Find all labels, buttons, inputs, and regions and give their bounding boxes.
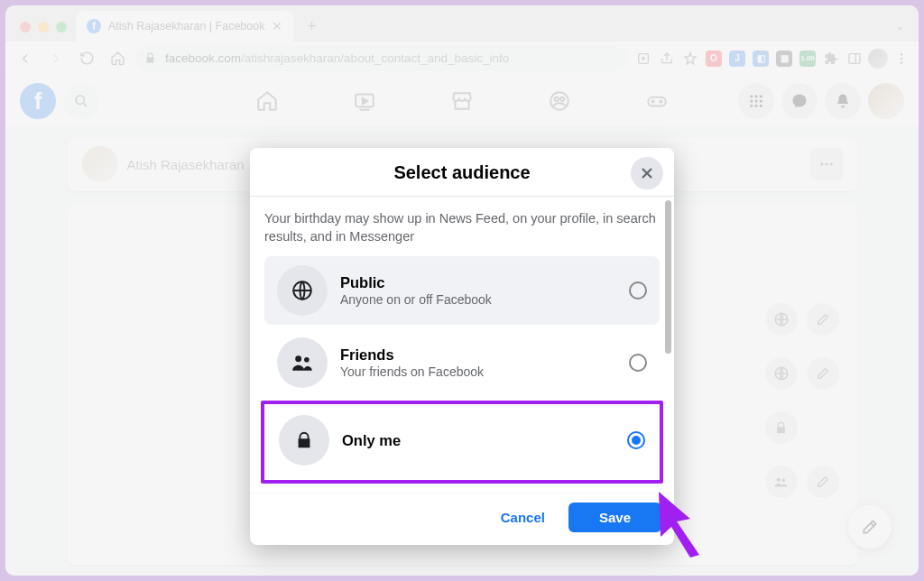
nav-home-icon[interactable] [222,79,312,123]
browser-tab[interactable]: f Atish Rajasekharan | Facebook ✕ [76,11,293,42]
svg-point-15 [750,95,753,97]
facebook-favicon-icon: f [87,19,101,33]
install-app-icon[interactable] [633,49,653,69]
profile-more-button[interactable] [810,148,843,180]
svg-point-19 [755,100,758,103]
option-title: Public [340,274,616,291]
svg-point-16 [755,95,758,97]
edit-pencil-icon[interactable] [807,303,839,336]
svg-point-22 [755,105,758,107]
back-button[interactable] [13,46,38,71]
radio-unchecked-icon[interactable] [629,354,647,372]
svg-point-10 [555,97,559,101]
svg-point-17 [760,95,762,97]
fb-main-nav [222,79,702,123]
extensions-puzzle-icon[interactable] [821,49,841,69]
share-icon[interactable] [657,49,677,69]
option-title: Friends [340,346,616,364]
edit-pencil-icon[interactable] [807,466,839,498]
audience-globe-icon[interactable] [765,303,798,336]
tab-title: Atish Rajasekharan | Facebook [108,20,264,32]
new-tab-button[interactable]: + [299,14,324,39]
modal-close-button[interactable] [631,157,663,189]
compose-button[interactable] [848,505,892,549]
toolbar-icons: O J ◧ ▦ 1.00 [633,49,911,69]
globe-icon [277,265,328,316]
svg-point-5 [901,61,903,64]
tabs-overflow-icon[interactable]: ⌄ [895,20,904,32]
option-subtitle: Anyone on or off Facebook [340,292,616,307]
edit-pencil-icon[interactable] [807,357,839,390]
facebook-logo-icon[interactable]: f [20,83,56,119]
menu-grid-button[interactable] [738,83,774,119]
highlighted-option-frame: Only me [261,401,663,484]
forward-button[interactable] [43,46,69,71]
modal-title: Select audience [295,162,629,183]
browser-menu-icon[interactable] [892,49,911,69]
extension-blue2-icon[interactable]: ◧ [751,49,771,69]
window-maximize-icon[interactable] [56,22,67,32]
svg-point-9 [550,92,568,110]
lock-icon [279,415,329,466]
window-close-icon[interactable] [20,22,31,32]
svg-rect-12 [648,97,666,106]
svg-point-21 [750,105,753,107]
svg-point-18 [750,100,753,103]
select-audience-modal: Select audience Your birthday may show u… [250,148,674,545]
svg-point-25 [825,163,827,166]
lock-icon [144,52,156,64]
bookmark-icon[interactable] [680,49,700,69]
svg-point-11 [560,97,564,101]
save-button[interactable]: Save [568,503,661,532]
audience-friends-icon[interactable] [765,466,798,498]
nav-groups-icon[interactable] [514,79,605,123]
notifications-button[interactable] [825,83,861,119]
option-subtitle: Your friends on Facebook [340,364,616,379]
address-bar[interactable]: facebook.com/atishrajasekharan/about_con… [135,46,628,71]
audience-option-friends[interactable]: Friends Your friends on Facebook [264,328,660,397]
sidepanel-icon[interactable] [845,49,864,69]
extension-opera-icon[interactable]: O [704,49,724,69]
tab-close-icon[interactable]: ✕ [272,19,282,33]
svg-point-23 [760,105,762,107]
svg-point-35 [295,355,301,362]
extension-green-icon[interactable]: 1.00 [798,49,818,69]
svg-point-4 [901,57,903,60]
fb-search-button[interactable] [63,83,99,119]
extension-dark-icon[interactable]: ▦ [774,49,794,69]
audience-option-public[interactable]: Public Anyone on or off Facebook [264,256,660,325]
modal-header: Select audience [250,148,674,197]
home-button[interactable] [105,46,130,71]
messenger-button[interactable] [781,83,818,119]
svg-point-14 [660,100,661,102]
audience-globe-icon[interactable] [765,357,798,390]
modal-footer: Cancel Save [250,493,674,545]
audience-lock-icon[interactable] [765,411,798,444]
radio-unchecked-icon[interactable] [629,281,647,300]
account-avatar[interactable] [868,83,904,119]
svg-point-20 [760,100,762,103]
svg-point-36 [304,357,310,363]
svg-point-13 [652,100,654,102]
svg-rect-1 [849,53,860,63]
cancel-button[interactable]: Cancel [485,503,561,532]
browser-tab-bar: f Atish Rajasekharan | Facebook ✕ + ⌄ [5,5,919,42]
extension-blue1-icon[interactable]: J [727,49,747,69]
nav-marketplace-icon[interactable] [417,79,507,123]
refresh-button[interactable] [74,46,99,71]
url-text: facebook.com/atishrajasekharan/about_con… [165,51,509,65]
profile-avatar[interactable] [82,146,118,182]
nav-watch-icon[interactable] [319,79,410,123]
browser-toolbar: facebook.com/atishrajasekharan/about_con… [5,42,919,76]
info-edit-stack [765,303,839,498]
window-minimize-icon[interactable] [38,22,49,32]
window-controls [16,22,76,42]
radio-checked-icon[interactable] [627,431,645,449]
svg-point-24 [820,163,823,166]
svg-point-29 [777,477,781,481]
friends-icon [277,337,328,388]
audience-option-only-me[interactable]: Only me [266,406,658,475]
browser-profile-avatar[interactable] [868,49,888,69]
nav-gaming-icon[interactable] [612,79,702,123]
modal-scrollbar[interactable] [665,200,671,354]
